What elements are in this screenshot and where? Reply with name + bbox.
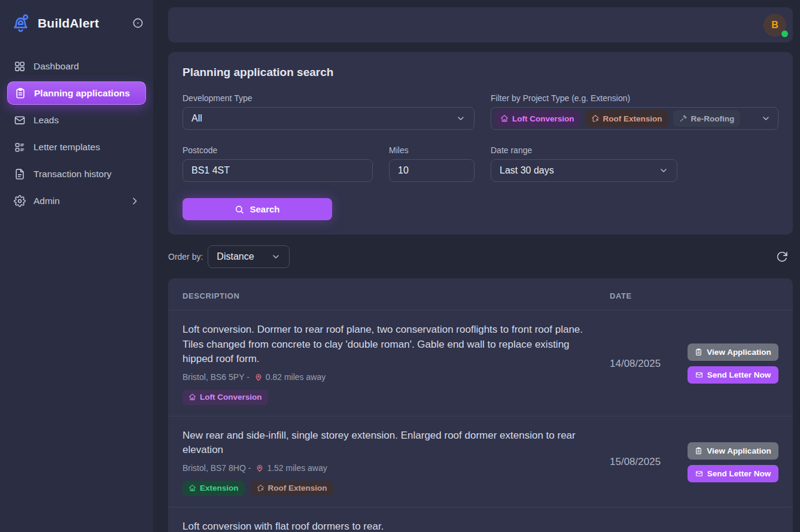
application-description: New rear and side-infill, single storey … <box>182 428 603 458</box>
order-by-label: Order by: <box>168 252 203 262</box>
clipboard-icon <box>14 87 26 99</box>
sidebar-collapse-icon[interactable] <box>132 17 144 29</box>
sidebar-item-label: Admin <box>34 196 60 206</box>
project-type-multiselect[interactable]: Loft Conversion Roof Extension Re-Roofin… <box>491 107 778 130</box>
miles-input[interactable] <box>389 159 474 182</box>
chip-label: Roof Extension <box>603 114 662 123</box>
chip-re-roofing[interactable]: Re-Roofing <box>673 110 741 127</box>
column-description: DESCRIPTION <box>182 291 603 300</box>
send-letter-now-label: Send Letter Now <box>707 370 771 379</box>
map-pin-icon <box>254 373 263 381</box>
application-distance: 1.52 miles away <box>267 463 327 473</box>
sidebar-item-transaction-history[interactable]: Transaction history <box>7 162 146 186</box>
sidebar-item-leads[interactable]: Leads <box>7 108 146 132</box>
tag-label: Roof Extension <box>268 484 327 493</box>
application-description: Loft conversion. Dormer to rear roof pla… <box>182 323 603 367</box>
brand-name: BuildAlert <box>38 16 99 31</box>
sidebar-item-label: Leads <box>34 115 59 126</box>
template-list-icon <box>14 141 26 153</box>
view-application-label: View Application <box>707 446 771 455</box>
results-table: DESCRIPTION DATE Loft conversion. Dormer… <box>168 278 793 532</box>
application-location: Bristol, BS6 5PY - <box>182 372 250 382</box>
send-letter-now-button[interactable]: Send Letter Now <box>688 465 778 482</box>
sidebar-item-admin[interactable]: Admin <box>7 189 146 212</box>
house-icon <box>500 114 509 123</box>
chip-roof-extension[interactable]: Roof Extension <box>585 110 668 127</box>
send-letter-now-label: Send Letter Now <box>707 469 771 478</box>
roof-extension-icon <box>257 484 264 492</box>
result-row: Loft conversion. Dormer to rear roof pla… <box>168 311 793 417</box>
document-icon <box>14 168 26 180</box>
chip-label: Re-Roofing <box>691 114 735 123</box>
house-icon <box>188 393 196 401</box>
online-status-dot <box>781 31 788 37</box>
table-header: DESCRIPTION DATE <box>168 278 793 311</box>
main-content: B Planning application search Developmen… <box>153 0 800 532</box>
project-type-filter-label: Filter by Project Type (e.g. Extension) <box>491 93 778 103</box>
tag-label: Extension <box>200 484 239 493</box>
sidebar-item-dashboard[interactable]: Dashboard <box>7 54 146 78</box>
sidebar: BuildAlert Dashboard Pla <box>0 0 153 532</box>
miles-label: Miles <box>389 145 474 155</box>
postcode-label: Postcode <box>182 145 373 155</box>
tag-label: Loft Conversion <box>200 393 262 402</box>
hammer-icon <box>679 114 688 123</box>
brand-logo[interactable]: BuildAlert <box>0 0 153 41</box>
refresh-icon[interactable] <box>776 251 788 263</box>
clipboard-icon <box>695 447 702 455</box>
mail-icon <box>14 114 26 126</box>
application-location: Bristol, BS7 8HQ - <box>182 463 251 473</box>
clipboard-icon <box>695 348 702 356</box>
view-application-button[interactable]: View Application <box>688 343 778 361</box>
order-by-row: Order by: Distance <box>168 245 793 268</box>
house-icon <box>188 484 196 492</box>
chevron-down-icon <box>659 166 668 175</box>
topbar: B <box>168 7 793 42</box>
search-button[interactable]: Search <box>182 198 332 220</box>
application-description: Loft conversion with flat roof dormers t… <box>182 519 603 532</box>
date-range-select[interactable]: Last 30 days <box>491 159 677 182</box>
search-button-label: Search <box>250 204 279 214</box>
view-application-button[interactable]: View Application <box>688 442 778 460</box>
tag-extension: Extension <box>182 481 245 496</box>
chevron-down-icon <box>456 114 466 123</box>
date-range-label: Date range <box>491 145 677 155</box>
mail-icon <box>695 371 703 379</box>
avatar-initial: B <box>771 20 778 31</box>
sidebar-item-label: Letter templates <box>34 142 100 153</box>
sidebar-nav: Dashboard Planning applications Leads <box>0 54 153 212</box>
sidebar-item-label: Dashboard <box>34 61 79 72</box>
order-by-value: Distance <box>217 251 254 262</box>
view-application-label: View Application <box>707 348 771 357</box>
application-date: 14/08/2025 <box>610 358 680 370</box>
bell-house-logo-icon <box>10 12 32 34</box>
roof-extension-icon <box>591 114 600 123</box>
dashboard-icon <box>14 60 26 72</box>
application-distance: 0.82 miles away <box>266 372 326 382</box>
tag-roof-extension: Roof Extension <box>251 481 333 496</box>
sidebar-item-planning-applications[interactable]: Planning applications <box>7 81 146 105</box>
development-type-select[interactable]: All <box>182 107 474 130</box>
sidebar-item-letter-templates[interactable]: Letter templates <box>7 135 146 159</box>
postcode-input[interactable] <box>182 159 373 182</box>
chip-loft-conversion[interactable]: Loft Conversion <box>494 110 580 127</box>
tag-loft-conversion: Loft Conversion <box>182 390 268 405</box>
result-row: New rear and side-infill, single storey … <box>168 417 793 507</box>
search-icon <box>235 205 244 214</box>
result-row: Loft conversion with flat roof dormers t… <box>168 507 793 532</box>
column-date: DATE <box>610 291 680 300</box>
user-avatar[interactable]: B <box>764 14 786 37</box>
order-by-select[interactable]: Distance <box>208 245 289 268</box>
page-title: Planning application search <box>182 66 778 79</box>
development-type-value: All <box>191 113 202 124</box>
sidebar-item-label: Planning applications <box>34 88 130 99</box>
mail-icon <box>695 470 703 478</box>
planning-search-panel: Planning application search Development … <box>168 52 793 235</box>
chip-label: Loft Conversion <box>512 114 574 123</box>
map-pin-icon <box>255 464 264 472</box>
chevron-down-icon <box>271 252 281 262</box>
chevron-down-icon <box>761 114 771 123</box>
date-range-value: Last 30 days <box>500 165 554 176</box>
gear-icon <box>14 195 26 207</box>
send-letter-now-button[interactable]: Send Letter Now <box>688 366 778 384</box>
